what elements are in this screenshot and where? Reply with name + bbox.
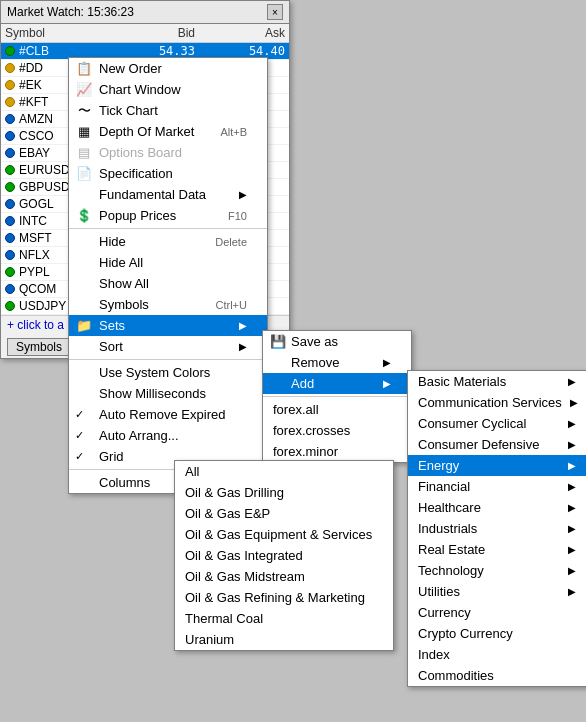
menu-item-label: Popup Prices: [99, 208, 208, 223]
sector-financial[interactable]: Financial▶: [408, 476, 586, 497]
menu-item-label: Sets: [99, 318, 231, 333]
sector-label: Financial: [418, 479, 560, 494]
menu-item-specification[interactable]: 📄Specification: [69, 163, 267, 184]
energy-thermal-coal[interactable]: Thermal Coal: [175, 608, 393, 629]
menu-item-use-system-colors[interactable]: Use System Colors: [69, 362, 267, 383]
energy-oil--gas-midstream[interactable]: Oil & Gas Midstream: [175, 566, 393, 587]
submenu-arrow-icon: ▶: [239, 341, 247, 352]
sector-label: Index: [418, 647, 576, 662]
sector-utilities[interactable]: Utilities▶: [408, 581, 586, 602]
sector-currency[interactable]: Currency: [408, 602, 586, 623]
sets-forex-crosses[interactable]: forex.crosses: [263, 420, 411, 441]
sets-save-as[interactable]: 💾 Save as: [263, 331, 411, 352]
menu-item-chart-window[interactable]: 📈Chart Window: [69, 79, 267, 100]
click-to-label: + click to a: [7, 318, 64, 332]
energy-oil--gas-integrated[interactable]: Oil & Gas Integrated: [175, 545, 393, 566]
ask-price: 54.40: [195, 44, 285, 58]
sector-label: Utilities: [418, 584, 560, 599]
menu-item-tick-chart[interactable]: 〜Tick Chart: [69, 100, 267, 121]
symbol-name: EBAY: [19, 146, 50, 160]
close-button[interactable]: ×: [267, 4, 283, 20]
menu-item-label: Fundamental Data: [99, 187, 231, 202]
sets-forex-all[interactable]: forex.all: [263, 399, 411, 420]
energy-item-label: Thermal Coal: [185, 611, 263, 626]
menu-item-sort[interactable]: Sort▶: [69, 336, 267, 357]
symbol-name: #EK: [19, 78, 42, 92]
sector-basic-materials[interactable]: Basic Materials▶: [408, 371, 586, 392]
symbol-name: NFLX: [19, 248, 50, 262]
submenu-arrow-icon: ▶: [568, 544, 576, 555]
menu-item-symbols[interactable]: SymbolsCtrl+U: [69, 294, 267, 315]
sets-add-label: Add: [291, 376, 314, 391]
sector-communication-services[interactable]: Communication Services▶: [408, 392, 586, 413]
submenu-arrow-icon: ▶: [568, 565, 576, 576]
separator: [263, 396, 411, 397]
energy-oil--gas-refining--marketing[interactable]: Oil & Gas Refining & Marketing: [175, 587, 393, 608]
context-menu: 📋New Order📈Chart Window〜Tick Chart▦Depth…: [68, 57, 268, 494]
sector-label: Industrials: [418, 521, 560, 536]
sector-label: Consumer Cyclical: [418, 416, 560, 431]
menu-item-hide[interactable]: HideDelete: [69, 231, 267, 252]
tick-icon: 〜: [75, 102, 93, 120]
submenu-arrow-icon: ▶: [568, 481, 576, 492]
menu-item-fundamental-data[interactable]: Fundamental Data▶: [69, 184, 267, 205]
energy-item-label: Uranium: [185, 632, 234, 647]
menu-item-hide-all[interactable]: Hide All: [69, 252, 267, 273]
menu-item-auto-remove-expired[interactable]: ✓Auto Remove Expired: [69, 404, 267, 425]
sector-real-estate[interactable]: Real Estate▶: [408, 539, 586, 560]
menu-item-label: Depth Of Market: [99, 124, 200, 139]
symbol-status-icon: [5, 284, 15, 294]
sector-healthcare[interactable]: Healthcare▶: [408, 497, 586, 518]
symbol-name: EURUSD: [19, 163, 70, 177]
menu-shortcut: Ctrl+U: [216, 299, 247, 311]
menu-item-label: Options Board: [99, 145, 247, 160]
menu-item-show-all[interactable]: Show All: [69, 273, 267, 294]
menu-item-label: Symbols: [99, 297, 196, 312]
menu-item-depth-of-market[interactable]: ▦Depth Of MarketAlt+B: [69, 121, 267, 142]
sector-index[interactable]: Index: [408, 644, 586, 665]
sets-forex-minor[interactable]: forex.minor: [263, 441, 411, 462]
menu-item-show-milliseconds[interactable]: Show Milliseconds: [69, 383, 267, 404]
symbol-status-icon: [5, 148, 15, 158]
sector-crypto-currency[interactable]: Crypto Currency: [408, 623, 586, 644]
energy-oil--gas-ep[interactable]: Oil & Gas E&P: [175, 503, 393, 524]
energy-item-label: Oil & Gas Midstream: [185, 569, 305, 584]
menu-item-sets[interactable]: 📁Sets▶: [69, 315, 267, 336]
menu-item-auto-arrang[interactable]: ✓Auto Arrang...: [69, 425, 267, 446]
menu-item-new-order[interactable]: 📋New Order: [69, 58, 267, 79]
energy-all[interactable]: All: [175, 461, 393, 482]
menu-separator: [69, 359, 267, 360]
sector-technology[interactable]: Technology▶: [408, 560, 586, 581]
sector-consumer-defensive[interactable]: Consumer Defensive▶: [408, 434, 586, 455]
menu-item-label: Hide All: [99, 255, 247, 270]
energy-uranium[interactable]: Uranium: [175, 629, 393, 650]
sector-label: Currency: [418, 605, 576, 620]
sector-energy[interactable]: Energy▶: [408, 455, 586, 476]
submenu-arrow-icon: ▶: [568, 439, 576, 450]
sector-commodities[interactable]: Commodities: [408, 665, 586, 686]
sector-label: Basic Materials: [418, 374, 560, 389]
sector-consumer-cyclical[interactable]: Consumer Cyclical▶: [408, 413, 586, 434]
menu-item-label: Hide: [99, 234, 195, 249]
sector-label: Commodities: [418, 668, 576, 683]
menu-item-popup-prices[interactable]: 💲Popup PricesF10: [69, 205, 267, 226]
sets-forex-minor-label: forex.minor: [273, 444, 338, 459]
depth-icon: ▦: [75, 123, 93, 141]
symbol-status-icon: [5, 80, 15, 90]
submenu-arrow-icon: ▶: [239, 320, 247, 331]
ask-header: Ask: [195, 26, 285, 40]
energy-oil--gas-drilling[interactable]: Oil & Gas Drilling: [175, 482, 393, 503]
menu-item-label: Show All: [99, 276, 247, 291]
sector-label: Real Estate: [418, 542, 560, 557]
sector-industrials[interactable]: Industrials▶: [408, 518, 586, 539]
sets-forex-all-label: forex.all: [273, 402, 319, 417]
symbols-button[interactable]: Symbols: [7, 338, 71, 356]
energy-oil--gas-equipment--services[interactable]: Oil & Gas Equipment & Services: [175, 524, 393, 545]
sets-add[interactable]: Add ▶: [263, 373, 411, 394]
sets-remove[interactable]: Remove ▶: [263, 352, 411, 373]
energy-item-label: Oil & Gas Refining & Marketing: [185, 590, 365, 605]
symbol-status-icon: [5, 114, 15, 124]
spec-icon: 📄: [75, 165, 93, 183]
symbol-status-icon: [5, 301, 15, 311]
symbol-status-icon: [5, 250, 15, 260]
